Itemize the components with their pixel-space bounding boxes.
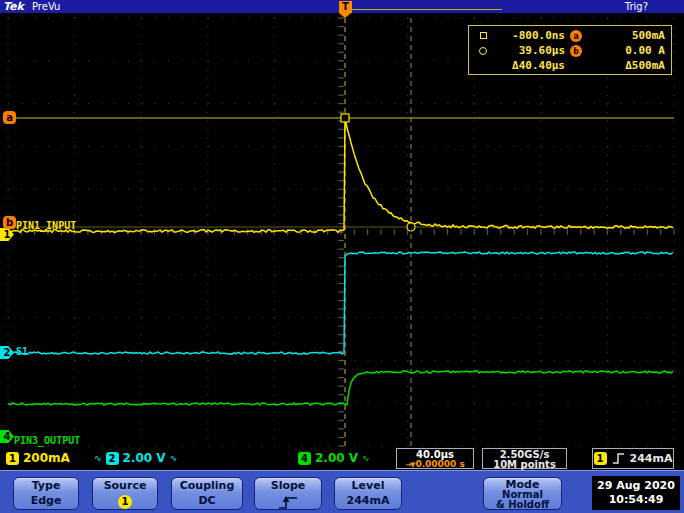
soft-menu-bar: Type Edge Source 1 Coupling DC Slope Lev…	[0, 470, 684, 513]
timebase-readout: 40.0µs →▼0.00000 s	[396, 448, 474, 469]
ch2-coupling-icon: ∿	[170, 454, 178, 463]
ch1-badge[interactable]: 1	[6, 452, 19, 465]
ch4-readout: 4 2.00 V ∿	[298, 451, 370, 465]
ch4-scale: 2.00 V	[315, 451, 358, 465]
waveform-label-ch4: PIN3_OUTPUT	[14, 435, 80, 446]
cursor-a-row: -800.0ns a 500mA	[475, 28, 665, 43]
menu-coupling-button[interactable]: Coupling DC	[171, 477, 243, 510]
cursor-delta-row: Δ40.40µs Δ500mA	[475, 58, 665, 73]
ch4-coupling-icon: ∿	[362, 454, 370, 463]
ch2-badge[interactable]: 2	[106, 452, 119, 465]
slope-title: Slope	[255, 480, 321, 491]
cursor-a-value: 500mA	[587, 29, 665, 42]
cursor-delta-value: Δ500mA	[587, 59, 665, 72]
cursor-a-square-icon	[480, 32, 487, 39]
cursor-b-value: 0.00 A	[587, 44, 665, 57]
tek-logo: Tek	[3, 0, 24, 13]
trigger-level-value: 244mA	[630, 452, 673, 465]
trigger-status-label: Trig?	[625, 1, 648, 12]
menu-mode-button[interactable]: Mode Normal & Holdoff	[483, 477, 562, 510]
trigger-source-badge: 1	[594, 452, 607, 465]
cursor-b-circle-icon	[479, 47, 487, 55]
cursor-b-marker[interactable]: b	[3, 216, 16, 229]
cursor-a-badge: a	[570, 30, 582, 42]
source-title: Source	[93, 480, 157, 491]
record-view-line	[352, 9, 502, 10]
level-title: Level	[335, 480, 401, 491]
cursor-b-time: 39.60µs	[491, 44, 565, 57]
cursor-readout-box: -800.0ns a 500mA 39.60µs b 0.00 A Δ40.40…	[468, 25, 672, 75]
waveform-label-ch2: S1	[16, 346, 28, 357]
menu-type-button[interactable]: Type Edge	[13, 477, 79, 510]
oscilloscope-screen: Tek PreVu Trig? T a b 1 2 4 PIN1_INPUT S…	[0, 0, 684, 513]
menu-slope-button[interactable]: Slope	[254, 477, 322, 510]
delay-value: 0.00000 s	[415, 459, 464, 469]
trigger-position-flag-icon[interactable]: T	[339, 1, 352, 13]
record-length: 10M points	[483, 460, 566, 470]
cursor-a-time: -800.0ns	[491, 29, 565, 42]
ch1-readout: 1 200mA	[6, 451, 70, 465]
coupling-value: DC	[172, 495, 242, 507]
mode-line2: & Holdoff	[484, 500, 561, 510]
coupling-title: Coupling	[172, 480, 242, 491]
ch2-readout: ∿ 2 2.00 V ∿	[94, 451, 177, 465]
cursor-a-marker[interactable]: a	[3, 111, 16, 124]
menu-level-button[interactable]: Level 244mA	[334, 477, 402, 510]
ch2-scale: 2.00 V	[123, 451, 166, 465]
rising-edge-icon	[277, 495, 299, 510]
graticule-and-traces	[0, 13, 684, 447]
source-channel-badge: 1	[118, 495, 132, 509]
waveform-label-ch1: PIN1_INPUT	[16, 220, 76, 231]
level-value: 244mA	[335, 495, 401, 507]
cursor-delta-time: Δ40.40µs	[491, 59, 565, 72]
status-bar: 1 200mA ∿ 2 2.00 V ∿ 4 2.00 V ∿ 40.0µs →…	[0, 447, 684, 470]
delay-position-icon: →▼	[405, 461, 414, 469]
trigger-slope-icon	[612, 452, 625, 465]
type-title: Type	[14, 480, 78, 491]
time-label: 10:54:49	[592, 493, 680, 507]
type-value: Edge	[14, 495, 78, 507]
ch1-scale: 200mA	[23, 451, 70, 465]
cursor-b-badge: b	[570, 45, 582, 57]
timebase-delay-readout: →▼0.00000 s	[397, 460, 473, 470]
acquisition-mode-label: PreVu	[32, 1, 60, 12]
ch2-indicator-icon: ∿	[94, 454, 102, 463]
cursor-b-row: 39.60µs b 0.00 A	[475, 43, 665, 58]
date-label: 29 Aug 2020	[592, 479, 680, 493]
waveform-display: a b 1 2 4 PIN1_INPUT S1 PIN3_OUTPUT -800…	[0, 13, 684, 447]
datetime-display: 29 Aug 2020 10:54:49	[592, 476, 680, 510]
acquisition-readout: 2.50GS/s 10M points	[482, 448, 567, 469]
trigger-readout: 1 244mA	[592, 448, 674, 469]
ch4-badge[interactable]: 4	[298, 452, 311, 465]
menu-source-button[interactable]: Source 1	[92, 477, 158, 510]
